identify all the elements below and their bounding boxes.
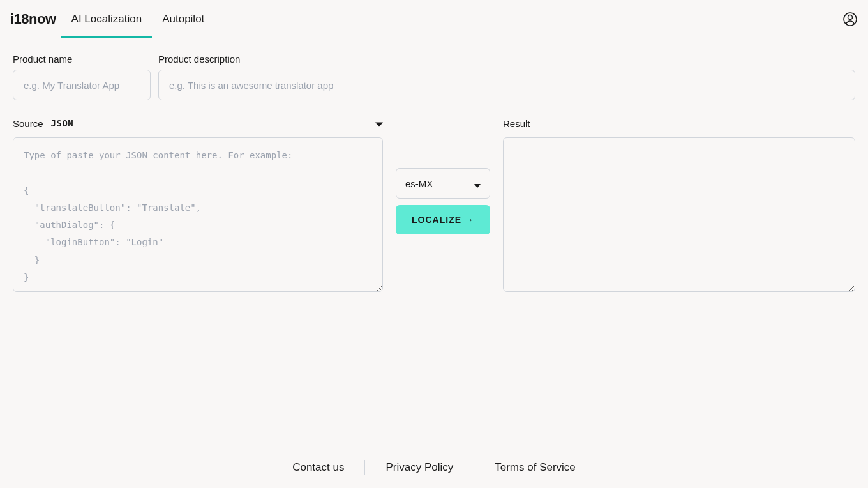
result-section: Result	[503, 116, 855, 292]
localize-button[interactable]: LOCALIZE →	[396, 205, 490, 234]
format-dropdown-icon[interactable]	[375, 119, 383, 127]
source-label-group: Source JSON	[13, 118, 73, 129]
footer-link-privacy[interactable]: Privacy Policy	[385, 461, 453, 474]
product-description-label: Product description	[158, 54, 855, 65]
product-info-row: Product name Product description	[13, 54, 855, 100]
source-label: Source	[13, 118, 43, 129]
product-name-input[interactable]	[13, 70, 151, 100]
chevron-down-icon	[474, 180, 481, 187]
translation-row: Source JSON es-MX LOCALIZE → Result	[13, 116, 855, 432]
tab-label: AI Localization	[71, 13, 142, 26]
footer-divider	[474, 460, 474, 475]
logo[interactable]: i18now	[10, 11, 56, 27]
main-content: Product name Product description Source …	[0, 38, 868, 447]
user-account-icon[interactable]	[842, 11, 858, 27]
header: i18now AI Localization Autopilot	[0, 0, 868, 38]
locale-select[interactable]: es-MX	[396, 168, 490, 199]
product-name-field-group: Product name	[13, 54, 151, 100]
footer: Contact us Privacy Policy Terms of Servi…	[0, 447, 868, 488]
middle-controls: es-MX LOCALIZE →	[396, 116, 490, 234]
source-header: Source JSON	[13, 116, 383, 131]
footer-link-contact[interactable]: Contact us	[292, 461, 344, 474]
tab-autopilot[interactable]: Autopilot	[162, 0, 204, 38]
tab-label: Autopilot	[162, 13, 204, 26]
footer-divider	[364, 460, 365, 475]
source-section: Source JSON	[13, 116, 383, 292]
tabs: AI Localization Autopilot	[71, 0, 205, 38]
source-textarea[interactable]	[13, 137, 383, 292]
footer-link-terms[interactable]: Terms of Service	[495, 461, 576, 474]
tab-ai-localization[interactable]: AI Localization	[71, 0, 142, 38]
product-description-field-group: Product description	[158, 54, 855, 100]
locale-selected-value: es-MX	[405, 178, 433, 189]
svg-point-1	[848, 15, 853, 20]
format-badge: JSON	[51, 118, 74, 128]
product-description-input[interactable]	[158, 70, 855, 100]
result-label: Result	[503, 116, 855, 131]
result-textarea[interactable]	[503, 137, 855, 292]
product-name-label: Product name	[13, 54, 151, 65]
